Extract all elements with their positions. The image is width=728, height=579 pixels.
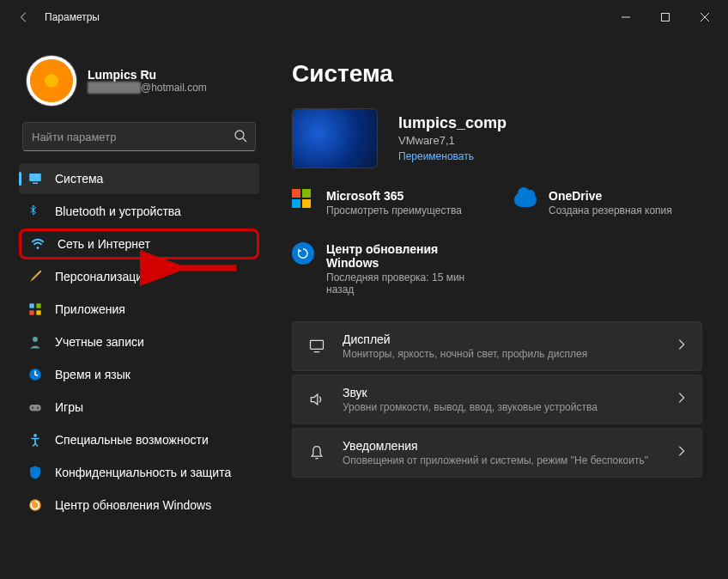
settings-item-sound[interactable]: ЗвукУровни громкости, вывод, ввод, звуко… [292,375,702,424]
sidebar-item-wifi[interactable]: Сеть и Интернет [19,229,259,259]
device-image [292,108,378,168]
sidebar-item-label: Система [55,172,103,186]
sidebar-item-label: Сеть и Интернет [58,237,150,251]
sidebar-item-label: Конфиденциальность и защита [55,466,231,479]
sidebar: Lumpics Ru xxxxx@hotmail.com СистемаBlue… [0,34,266,579]
promo-onedrive[interactable]: OneDriveСоздана резервная копия [514,189,702,216]
svg-point-8 [37,247,39,249]
svg-point-4 [235,131,244,139]
promo-row: Microsoft 365Просмотреть преимуществаOne… [292,189,702,216]
svg-rect-12 [36,310,40,314]
device-name: lumpics_comp [398,114,507,132]
settings-item-display[interactable]: ДисплейМониторы, яркость, ночной свет, п… [292,321,702,371]
search-box[interactable] [22,122,256,151]
titlebar: Параметры [0,0,728,34]
sidebar-item-label: Bluetooth и устройства [55,204,181,218]
ms-icon [292,189,314,211]
user-email: xxxxx@hotmail.com [88,82,207,94]
nav-list: СистемаBluetooth и устройстваСеть и Инте… [19,163,259,521]
svg-rect-1 [662,14,670,21]
user-name: Lumpics Ru [88,68,207,82]
settings-item-bell[interactable]: УведомленияОповещения от приложений и си… [292,428,702,478]
svg-rect-11 [29,310,33,314]
settings-item-title: Дисплей [343,332,660,346]
avatar [26,55,77,107]
sidebar-item-game[interactable]: Игры [19,392,259,423]
sidebar-item-shield[interactable]: Конфиденциальность и защита [19,457,259,488]
svg-rect-9 [29,303,33,308]
window-title: Параметры [45,11,606,23]
sidebar-item-user[interactable]: Учетные записи [19,326,259,357]
onedrive-icon [514,189,537,211]
promo-sub: Создана резервная копия [549,204,672,216]
sidebar-item-label: Специальные возможности [55,433,209,447]
shield-icon [27,465,43,480]
sound-icon [306,391,327,408]
svg-rect-15 [29,405,41,411]
close-button[interactable] [685,3,725,31]
game-icon [27,399,43,415]
chevron-right-icon [676,392,688,407]
settings-item-sub: Мониторы, яркость, ночной свет, профиль … [343,348,660,360]
settings-item-sub: Оповещения от приложений и системы, режи… [343,454,660,466]
device-model: VMware7,1 [398,134,507,147]
sidebar-item-update[interactable]: Центр обновления Windows [19,490,259,521]
maximize-button[interactable] [646,3,685,31]
promo-ms[interactable]: Microsoft 365Просмотреть преимущества [292,189,480,216]
access-icon [27,432,43,448]
sidebar-item-apps[interactable]: Приложения [19,294,259,325]
apps-icon [27,302,43,317]
update-icon [292,242,314,265]
device-block: lumpics_comp VMware7,1 Переименовать [292,108,702,168]
svg-point-13 [33,337,38,342]
system-settings-list: ДисплейМониторы, яркость, ночной свет, п… [292,321,702,478]
wifi-icon [30,236,46,252]
sidebar-item-label: Время и язык [55,368,130,381]
settings-item-sub: Уровни громкости, вывод, ввод, звуковые … [343,401,660,413]
update-icon [27,497,43,513]
bluetooth-icon [27,204,43,219]
svg-rect-7 [33,183,38,185]
update-card[interactable]: Центр обновления Windows Последняя прове… [292,242,702,296]
sidebar-item-label: Игры [55,400,83,414]
promo-title: Microsoft 365 [326,189,462,203]
brush-icon [27,269,43,284]
clock-icon [27,367,43,382]
bell-icon [306,444,327,461]
svg-rect-6 [29,174,41,181]
sidebar-item-label: Персонализация [55,270,149,283]
settings-item-title: Уведомления [343,439,660,453]
svg-point-18 [33,434,37,437]
sidebar-item-label: Учетные записи [55,335,144,349]
promo-title: OneDrive [549,189,672,203]
chevron-right-icon [676,338,688,354]
sidebar-item-label: Приложения [55,302,125,316]
sidebar-item-access[interactable]: Специальные возможности [19,424,259,455]
sidebar-item-monitor[interactable]: Система [19,163,259,194]
svg-point-16 [32,407,33,409]
minimize-button[interactable] [606,3,646,31]
search-icon [234,129,247,146]
user-block[interactable]: Lumpics Ru xxxxx@hotmail.com [19,34,259,122]
update-title: Центр обновления Windows [326,242,472,270]
chevron-right-icon [676,445,688,460]
monitor-icon [27,171,43,186]
sidebar-item-brush[interactable]: Персонализация [19,261,259,292]
display-icon [306,338,327,355]
user-icon [27,334,43,350]
back-button[interactable] [14,7,34,27]
svg-rect-20 [311,340,324,349]
main-content: Система lumpics_comp VMware7,1 Переимено… [266,34,728,579]
svg-rect-10 [36,303,40,308]
update-sub: Последняя проверка: 15 мин назад [326,271,481,296]
sidebar-item-bluetooth[interactable]: Bluetooth и устройства [19,196,259,227]
promo-sub: Просмотреть преимущества [326,204,462,216]
settings-item-title: Звук [343,386,660,399]
search-input[interactable] [22,122,256,151]
svg-point-17 [37,407,39,409]
sidebar-item-clock[interactable]: Время и язык [19,359,259,390]
rename-link[interactable]: Переименовать [398,150,507,162]
svg-line-5 [243,138,246,142]
sidebar-item-label: Центр обновления Windows [55,498,211,512]
page-title: Система [292,60,702,88]
